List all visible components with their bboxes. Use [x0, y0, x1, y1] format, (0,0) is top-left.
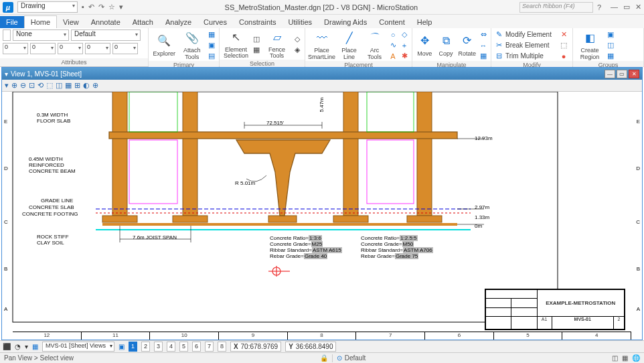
gr1[interactable]: ▣ — [606, 29, 615, 40]
view6-button[interactable]: 6 — [192, 342, 201, 352]
views-dropdown[interactable]: MVS-01 [Sheet] Views — [42, 342, 114, 352]
view-close[interactable]: ✕ — [629, 70, 639, 78]
layer-swatch[interactable] — [3, 29, 11, 41]
tab-drawingaids[interactable]: Drawing Aids — [318, 16, 373, 28]
move-button[interactable]: ✥Move — [415, 33, 434, 57]
x-coord[interactable]: X70:678.9769 — [230, 342, 281, 352]
view7-button[interactable]: 7 — [205, 342, 214, 352]
sel-tool4[interactable]: ◈ — [293, 45, 302, 55]
minimize-icon[interactable]: — — [611, 3, 618, 11]
lock-icon[interactable]: 🔒 — [320, 354, 328, 362]
fill-dropdown[interactable]: 0 — [112, 43, 138, 54]
vt4[interactable]: ⊡ — [29, 81, 35, 90]
pl6[interactable]: ✱ — [400, 51, 409, 61]
view1-button[interactable]: 1 — [129, 342, 137, 352]
tab-annotate[interactable]: Annotate — [85, 16, 127, 28]
element-selection-button[interactable]: ↖Element Selection — [222, 29, 250, 60]
vt10[interactable]: ◐ — [83, 81, 90, 90]
mn1[interactable]: ⇔ — [479, 29, 488, 40]
line-button[interactable]: ╱Place Line — [337, 30, 361, 60]
class-dropdown[interactable]: 0 — [85, 43, 110, 54]
pl1[interactable]: ○ — [388, 29, 398, 40]
sr-icon5[interactable]: ▣ — [118, 343, 125, 350]
trim-multiple-button[interactable]: ⊟Trim Multiple — [494, 51, 557, 61]
lineweight-dropdown[interactable]: 0 — [3, 43, 28, 54]
models-button[interactable]: ▦ — [207, 29, 216, 40]
view-maximize[interactable]: ▭ — [617, 70, 627, 78]
help-icon[interactable]: ? — [597, 3, 601, 11]
template-dropdown[interactable]: Default — [71, 29, 141, 41]
sr-icon4[interactable]: ▦ — [32, 343, 38, 350]
mn2[interactable]: ↔ — [479, 40, 488, 50]
qat-redo-icon[interactable]: ↷ — [98, 3, 104, 11]
tab-utilities[interactable]: Utilities — [283, 16, 318, 28]
copy-button[interactable]: ⧉Copy — [436, 33, 456, 57]
ribbon-search[interactable]: Search Ribbon (F4) — [519, 2, 593, 13]
color-dropdown[interactable]: 0 — [58, 43, 83, 54]
sel-tool1[interactable]: ◫ — [252, 34, 261, 44]
view5-button[interactable]: 5 — [179, 342, 188, 352]
pl5[interactable]: + — [400, 40, 409, 50]
drawing-canvas[interactable]: E D C B A E D C B A 0.3M WIDTH FLOOR SLA… — [2, 92, 642, 340]
view-minimize[interactable]: — — [605, 70, 615, 78]
view3-button[interactable]: 3 — [154, 342, 163, 352]
pl4[interactable]: ◇ — [400, 29, 409, 40]
view4-button[interactable]: 4 — [167, 342, 175, 352]
sr-icon2[interactable]: ◔ — [15, 343, 21, 350]
modify-element-button[interactable]: ✎Modify Element — [494, 29, 557, 40]
vt2[interactable]: ⊕ — [11, 81, 17, 90]
qat-undo-icon[interactable]: ↶ — [88, 3, 94, 11]
explorer-button[interactable]: 🔍Explorer — [151, 33, 177, 57]
pl2[interactable]: ∿ — [388, 40, 398, 50]
active-level[interactable]: Default — [345, 354, 366, 362]
sr-icon3[interactable]: ▾ — [25, 343, 28, 350]
arc-button[interactable]: ⌒Arc Tools — [363, 30, 386, 60]
y-coord[interactable]: Y36:668.8490 — [285, 342, 336, 352]
vt9[interactable]: ⊞ — [74, 81, 80, 90]
attach-tools-button[interactable]: 📎Attach Tools — [179, 30, 206, 60]
maximize-icon[interactable]: ▭ — [623, 3, 630, 11]
tab-file[interactable]: File — [0, 16, 24, 28]
vt11[interactable]: ⊕ — [92, 81, 98, 90]
smartline-button[interactable]: 〰Place SmartLine — [308, 30, 335, 60]
md1[interactable]: ✕ — [559, 29, 568, 40]
qat-icon[interactable]: ▪ — [82, 3, 84, 11]
sb-ic2[interactable]: ▦ — [622, 354, 628, 362]
create-region-button[interactable]: ◧Create Region — [576, 30, 604, 60]
tab-constraints[interactable]: Constraints — [233, 16, 283, 28]
vt1[interactable]: ▾ — [5, 81, 9, 90]
close-icon[interactable]: ✕ — [635, 3, 641, 11]
view-control-icon[interactable]: ▾ — [5, 70, 8, 78]
references-button[interactable]: ▣ — [207, 40, 216, 50]
tab-curves[interactable]: Curves — [197, 16, 233, 28]
tab-home[interactable]: Home — [24, 15, 57, 28]
tab-attach[interactable]: Attach — [127, 16, 159, 28]
vt6[interactable]: ⬚ — [46, 81, 53, 90]
tab-help[interactable]: Help — [411, 16, 438, 28]
sel-tool2[interactable]: ▦ — [252, 45, 261, 55]
snap-icon[interactable]: ⊙ — [337, 354, 342, 362]
levels-button[interactable]: ▤ — [207, 51, 216, 61]
gr2[interactable]: ◫ — [606, 40, 615, 50]
qat-star-icon[interactable]: ☆ — [108, 3, 115, 11]
md3[interactable]: ● — [559, 51, 568, 61]
gr3[interactable]: ▦ — [606, 51, 615, 61]
workflow-dropdown[interactable]: Drawing — [17, 1, 78, 13]
tab-content[interactable]: Content — [373, 16, 411, 28]
sel-tool3[interactable]: ◇ — [293, 34, 302, 44]
sb-ic1[interactable]: ◫ — [612, 354, 618, 362]
tab-analyze[interactable]: Analyze — [159, 16, 197, 28]
pl3[interactable]: A — [388, 51, 398, 61]
vt8[interactable]: ▦ — [65, 81, 72, 90]
linestyle-dropdown[interactable]: 0 — [30, 43, 56, 54]
rotate-button[interactable]: ⟳Rotate — [457, 33, 477, 57]
sb-ic3[interactable]: 🌐 — [632, 354, 640, 362]
view2-button[interactable]: 2 — [141, 342, 150, 352]
md2[interactable]: ⬚ — [559, 40, 568, 50]
level-dropdown[interactable]: None — [13, 29, 69, 41]
view8-button[interactable]: 8 — [218, 342, 226, 352]
vt5[interactable]: ⟲ — [37, 81, 44, 90]
fence-tools-button[interactable]: ▱Fence Tools — [263, 29, 291, 60]
vt7[interactable]: ◫ — [56, 81, 62, 90]
mn3[interactable]: ▦ — [479, 51, 488, 61]
